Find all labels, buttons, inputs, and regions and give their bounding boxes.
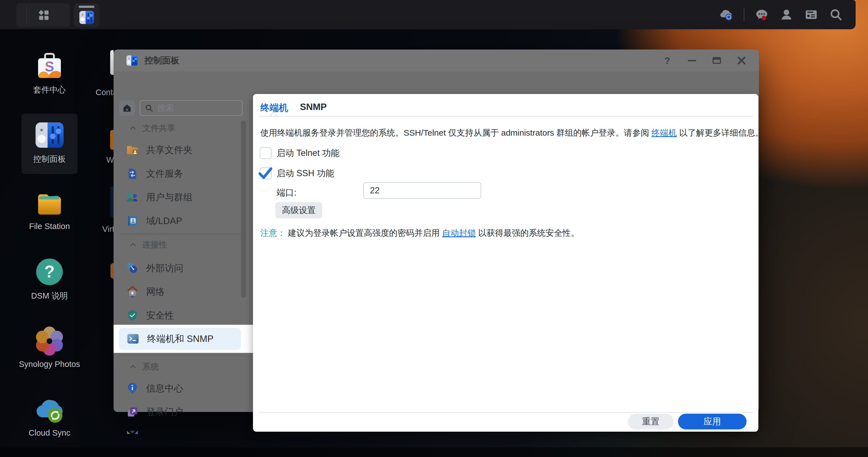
- sidebar-section-file-sharing[interactable]: 文件共享: [114, 123, 253, 134]
- search-icon: [145, 104, 153, 112]
- widgets-icon: [804, 6, 818, 23]
- tab-snmp[interactable]: SNMP: [300, 102, 327, 114]
- sidebar-divider: [119, 234, 243, 234]
- close-button[interactable]: [735, 54, 748, 67]
- tab-divider: [258, 116, 753, 116]
- control-panel-window: 控制面板 ?: [114, 50, 759, 412]
- telnet-checkbox-label: 启动 Telnet 功能: [277, 147, 340, 159]
- user-icon: [779, 7, 794, 22]
- desktop-icon-file-station[interactable]: File Station: [16, 188, 83, 231]
- sidebar-search: [140, 100, 243, 116]
- notification-badge: [762, 16, 766, 20]
- user-menu-button[interactable]: [779, 7, 794, 22]
- svg-text:S: S: [45, 59, 54, 74]
- network-icon: [126, 285, 139, 298]
- ssh-port-input[interactable]: [363, 182, 481, 199]
- search-input[interactable]: [157, 103, 225, 113]
- sidebar-item-file-services[interactable]: 文件服务: [114, 166, 253, 181]
- chevron-up-icon: [130, 364, 136, 370]
- file-services-icon: [126, 167, 139, 180]
- sidebar-item-network[interactable]: 网络: [114, 284, 253, 300]
- apply-button[interactable]: 应用: [678, 414, 747, 429]
- desktop-icon-synology-photos[interactable]: Synology Photos: [16, 326, 83, 369]
- weather-widget-button[interactable]: [719, 7, 734, 22]
- sidebar-item-shared-folder[interactable]: 共享文件夹: [114, 142, 253, 158]
- ssh-checkbox-row: 启动 SSH 功能: [260, 166, 334, 181]
- desktop-icon-label-fragment: W: [106, 155, 114, 165]
- desktop-icon-label: 套件中心: [16, 84, 83, 96]
- main-menu-button[interactable]: [16, 3, 70, 27]
- desktop-icon-label: Cloud Sync: [16, 428, 83, 437]
- contacts-icon-sliver: [110, 50, 114, 75]
- sidebar-section-system[interactable]: 系统: [114, 361, 253, 373]
- package-center-icon: S: [34, 51, 65, 81]
- desktop-icon-package-center[interactable]: S 套件中心: [16, 51, 83, 96]
- widgets-button[interactable]: [804, 7, 818, 22]
- security-shield-icon: [126, 309, 139, 322]
- control-panel-sidebar: 文件共享 共享文件夹: [114, 93, 253, 434]
- ssh-checkbox[interactable]: [260, 167, 272, 179]
- footer-divider: [258, 412, 753, 412]
- tray-divider: [744, 8, 744, 21]
- chevron-up-icon: [130, 241, 136, 248]
- window-titlebar[interactable]: 控制面板 ?: [114, 50, 759, 72]
- search-button[interactable]: [829, 7, 843, 22]
- file-station-icon: [34, 188, 65, 218]
- telnet-checkbox[interactable]: [260, 147, 272, 159]
- reset-button[interactable]: 重置: [628, 414, 674, 429]
- sidebar-item-info-center[interactable]: 信息中心: [114, 380, 253, 396]
- taskbar-separator: [26, 6, 27, 24]
- security-note: 注意： 建议为登录帐户设置高强度的密码并启用 自动封锁 以获得最强的系统安全性。: [260, 227, 579, 239]
- control-panel-app-icon: [79, 9, 94, 25]
- sidebar-item-login-portal[interactable]: 登录门户: [114, 404, 253, 420]
- sidebar-item-external-access[interactable]: 外部访问: [114, 260, 253, 276]
- login-portal-icon: [126, 405, 139, 419]
- terminal-description: 使用终端机服务登录并管理您的系统。SSH/Telnet 仅支持从属于 admin…: [260, 127, 764, 139]
- cloud-sync-icon: [34, 395, 65, 425]
- desktop-icon-label: Synology Photos: [16, 360, 83, 369]
- sidebar-divider: [119, 355, 243, 355]
- maximize-icon: [713, 57, 721, 64]
- tab-bar: 终端机 SNMP: [260, 102, 327, 114]
- desktop-icon-sliver: [110, 130, 114, 150]
- taskbar-control-panel-button[interactable]: [74, 3, 99, 27]
- info-center-icon: [126, 382, 139, 395]
- sidebar-item-domain-ldap[interactable]: 域/LDAP: [114, 213, 253, 229]
- search-icon: [829, 7, 843, 23]
- notifications-button[interactable]: [754, 7, 769, 22]
- desktop-icon-label-fragment: Conta: [96, 88, 115, 97]
- external-access-icon: [126, 262, 139, 275]
- sidebar-section-connectivity[interactable]: 连接性: [114, 239, 253, 251]
- terminal-snmp-icon: [126, 332, 140, 346]
- ssh-checkbox-label: 启动 SSH 功能: [277, 167, 334, 179]
- control-panel-window-icon: [126, 54, 138, 67]
- sidebar-item-security[interactable]: 安全性: [114, 308, 253, 323]
- apps-grid-icon: [38, 9, 50, 21]
- desktop-screen: S 套件中心 控制面板 File Station ? DSM 说明: [0, 0, 868, 457]
- desktop-icon-dsm-help[interactable]: ? DSM 说明: [16, 257, 83, 302]
- svg-text:?: ?: [44, 262, 55, 281]
- desktop-icon-control-panel[interactable]: 控制面板: [16, 120, 83, 165]
- chevron-up-icon: [130, 125, 136, 132]
- telnet-checkbox-row: 启动 Telnet 功能: [260, 145, 340, 161]
- minimize-button[interactable]: [686, 54, 698, 67]
- home-button[interactable]: [119, 100, 135, 116]
- advanced-settings-button[interactable]: 高级设置: [276, 202, 322, 218]
- sidebar-item-user-group[interactable]: 用户与群组: [114, 190, 253, 205]
- help-button[interactable]: ?: [661, 54, 674, 67]
- desktop-icon-sliver: [111, 263, 114, 279]
- window-title: 控制面板: [145, 55, 179, 66]
- partial-icon: [126, 429, 139, 434]
- window-body: 文件共享 共享文件夹: [114, 72, 759, 412]
- checkmark-icon: [258, 166, 273, 180]
- sidebar-item-partial[interactable]: [114, 427, 253, 434]
- terminal-help-link[interactable]: 终端机: [652, 128, 677, 137]
- maximize-button[interactable]: [711, 54, 723, 67]
- sidebar-item-terminal-snmp[interactable]: 终端机和 SNMP: [119, 328, 241, 350]
- domain-ldap-icon: [126, 215, 139, 227]
- auto-block-link[interactable]: 自动封锁: [442, 228, 476, 237]
- sidebar-selected-band: 终端机和 SNMP: [114, 325, 253, 353]
- port-label: 端口:: [277, 187, 297, 199]
- desktop-icon-cloud-sync[interactable]: Cloud Sync: [16, 395, 83, 437]
- taskbar: [0, 0, 856, 29]
